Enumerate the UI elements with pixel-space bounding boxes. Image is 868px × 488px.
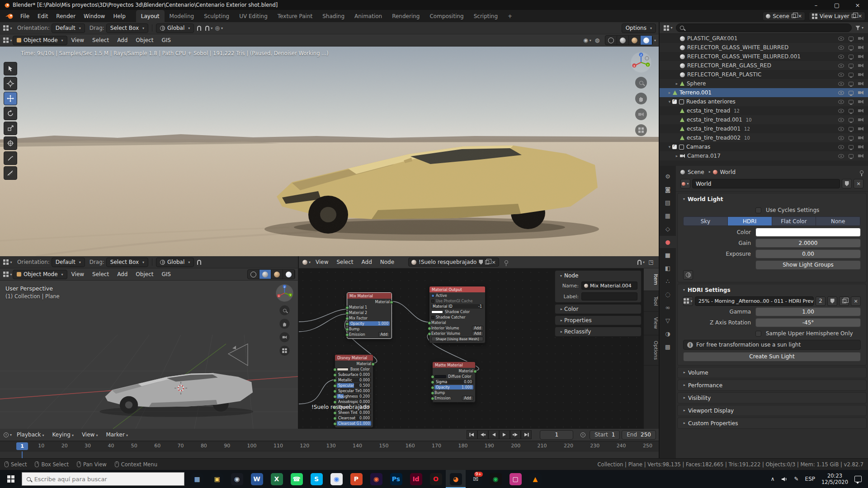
snap-node-icon[interactable]: ▾ (637, 258, 646, 267)
properties-tab[interactable]: ∞ (660, 301, 676, 314)
node-editor-menu[interactable]: View (311, 259, 332, 265)
editor-type-icon[interactable]: ▾ (3, 430, 12, 440)
disable-viewport-icon[interactable] (849, 127, 854, 131)
outliner-row[interactable]: ecsta_tire_tread 12 (660, 106, 868, 115)
topbar-menu[interactable]: Render (52, 13, 80, 19)
topbar-menu[interactable]: Window (80, 13, 109, 19)
solid-viewport[interactable]: User Perspective (1) Collection | Plane … (0, 281, 299, 429)
disable-render-icon[interactable] (858, 64, 863, 68)
node-disney-material[interactable]: Disney Material Material Base Color (335, 354, 373, 428)
node-row[interactable]: Clearcoat Gloss 1.000 (337, 421, 371, 426)
taskbar-app[interactable]: ◉ (366, 470, 386, 488)
properties-tab[interactable]: ∴ (660, 275, 676, 287)
collapsed-panel[interactable]: ▾Volume (677, 367, 867, 378)
light-type-button[interactable]: Flat Color (772, 217, 816, 225)
hide-eye-icon[interactable] (838, 37, 844, 41)
snap-toggle-icon[interactable] (194, 23, 203, 33)
taskbar-app[interactable]: ◉ (326, 470, 346, 488)
node-editor-canvas[interactable]: Mix Material Material Material 1 (299, 268, 659, 429)
outliner-row[interactable]: ▾ Ruedas anteriores (660, 97, 868, 106)
disable-render-icon[interactable] (858, 145, 863, 149)
properties-tab[interactable]: ■ (660, 249, 676, 261)
remove-view-layer-icon[interactable]: × (858, 14, 862, 19)
editor-type-icon[interactable]: ▾ (3, 36, 12, 45)
object-name[interactable]: Camaras (686, 144, 710, 150)
current-frame-field[interactable]: 1 (540, 430, 573, 440)
node-matte-material[interactable]: Matte Material Material Diffuse Color (432, 361, 476, 403)
unlink-material-icon[interactable]: × (491, 260, 495, 265)
mode-dropdown[interactable]: Object Mode▾ (13, 36, 67, 45)
sidebar-tab[interactable]: Item (644, 268, 659, 291)
taskbar-app[interactable]: Id (406, 470, 426, 488)
start-button[interactable] (0, 470, 22, 488)
taskbar-app[interactable]: O (426, 470, 446, 488)
expand-icon[interactable]: ▾ (667, 145, 672, 149)
disable-viewport-icon[interactable] (849, 136, 854, 140)
properties-tab[interactable]: ◑ (660, 328, 676, 340)
minimize-button[interactable]: – (806, 0, 826, 10)
outliner-row[interactable]: ecsta_tire_tread002 10 (660, 133, 868, 142)
taskbar-app[interactable]: P (346, 470, 366, 488)
object-name[interactable]: ecsta_tire_tread.001 (687, 117, 742, 123)
disable-viewport-icon[interactable] (849, 100, 854, 104)
notifications-icon[interactable] (854, 476, 862, 482)
taskbar-app[interactable]: ◉ (486, 470, 505, 488)
solid-shading-button[interactable] (259, 270, 271, 279)
outliner-row[interactable]: REFLECTOR_GLASS_WHITE_BLURRED (660, 43, 868, 52)
node-editor-menu[interactable]: Add (358, 259, 376, 265)
collection-checkbox[interactable] (672, 145, 677, 149)
disable-render-icon[interactable] (858, 154, 863, 158)
breadcrumb-world[interactable]: World (720, 169, 736, 175)
outliner-row[interactable]: ▸ Terreno.001 (660, 88, 868, 97)
timeline-ruler[interactable]: 1 10 20 30 40 50 60 70 80 90 100 11 (0, 441, 659, 451)
viewport-menu[interactable]: GIS (157, 37, 175, 43)
node-row[interactable]: Material (434, 369, 473, 373)
disable-render-icon[interactable] (858, 118, 863, 122)
panel-header[interactable]: ▾HDRI Settings (678, 284, 866, 296)
drag-dropdown[interactable]: Select Box▾ (106, 23, 148, 33)
pin-icon[interactable] (502, 258, 511, 267)
disable-viewport-icon[interactable] (849, 55, 854, 59)
node-row[interactable]: Active (431, 293, 483, 298)
rendered-shading-button[interactable] (641, 36, 652, 45)
breadcrumb-scene[interactable]: Scene (688, 169, 704, 175)
jump-to-end-button[interactable] (521, 430, 532, 439)
color-swatch[interactable] (337, 368, 349, 371)
orientation-dropdown[interactable]: Default▾ (52, 258, 85, 267)
node-row[interactable]: Roughness 0.200 (337, 394, 371, 399)
options-dropdown[interactable]: Options▾ (622, 23, 656, 33)
hide-eye-icon[interactable] (838, 118, 844, 122)
taskbar-app[interactable]: W (247, 470, 267, 488)
disable-viewport-icon[interactable] (849, 145, 854, 149)
object-name[interactable]: REFLECTOR_GLASS_WHITE_BLURRED (687, 44, 788, 51)
node-checkbox[interactable] (431, 294, 434, 297)
disable-render-icon[interactable] (858, 55, 863, 59)
disable-render-icon[interactable] (858, 46, 863, 50)
node-row[interactable]: Sheen Tint 0.000 (337, 410, 371, 415)
wireframe-shading-button[interactable] (605, 36, 617, 45)
workspace-tab[interactable]: UV Editing (234, 10, 273, 22)
viewport-menu[interactable]: GIS (157, 271, 175, 277)
node-mix-material[interactable]: Mix Material Material Material 1 (347, 292, 392, 339)
node-material-output[interactable]: Material Output Active Use PhotonGI Cach… (429, 286, 486, 343)
hide-eye-icon[interactable] (838, 91, 844, 95)
properties-tab[interactable]: ▦ (660, 210, 676, 222)
world-preview-icon[interactable] (683, 270, 693, 280)
pan-hand-icon[interactable] (279, 319, 289, 329)
taskbar-app[interactable]: S (307, 470, 326, 488)
new-view-layer-icon[interactable] (852, 14, 856, 18)
node-row[interactable]: Emission Add (434, 396, 473, 400)
playhead[interactable]: 1 (16, 442, 28, 450)
pan-hand-icon[interactable] (635, 93, 647, 104)
wireframe-shading-button[interactable] (248, 270, 259, 279)
disable-render-icon[interactable] (858, 91, 863, 95)
ortho-grid-icon[interactable] (279, 346, 289, 356)
taskbar-app[interactable]: ✉ 9+ (466, 470, 486, 488)
hide-eye-icon[interactable] (838, 136, 844, 140)
color-swatch[interactable] (431, 310, 443, 314)
proportional-editing-icon[interactable]: ◎▾ (214, 23, 223, 33)
exposure-slider[interactable]: 0.00 (755, 249, 861, 258)
unlink-scene-icon[interactable]: × (798, 14, 802, 19)
transform-orientation-dropdown[interactable]: Global▾ (156, 23, 194, 33)
workspace-tab[interactable]: + (503, 10, 517, 22)
